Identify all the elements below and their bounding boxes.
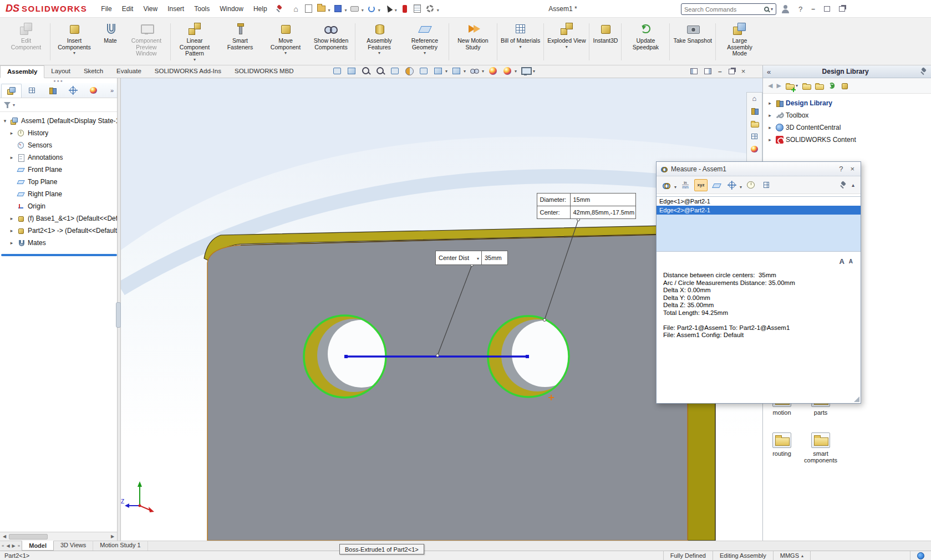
expander-icon[interactable]: ▾ [1, 118, 9, 124]
expander-icon[interactable]: ▸ [8, 228, 16, 233]
view-orientation-arrows-icon[interactable] [332, 66, 343, 76]
search-box[interactable]: ▾ [681, 3, 776, 15]
search-input[interactable] [684, 6, 762, 13]
component-preview-window-button[interactable]: Component Preview Window [124, 19, 169, 65]
help-icon[interactable]: ? [837, 165, 845, 173]
print-dropdown-icon[interactable]: ▾ [362, 8, 364, 13]
manager-tab-overflow-icon[interactable]: » [110, 87, 116, 94]
save-dropdown-icon[interactable]: ▾ [345, 8, 347, 13]
pane-left-toggle-icon[interactable] [690, 68, 698, 74]
expander-icon[interactable]: ▸ [8, 240, 16, 246]
prev-tab-icon[interactable]: ◀ [6, 543, 9, 548]
point-to-point-icon[interactable] [725, 179, 739, 191]
chevron-down-icon[interactable]: ▾ [566, 45, 568, 49]
collapse-pane-icon[interactable]: « [767, 68, 771, 76]
refresh-icon[interactable] [827, 82, 836, 90]
chevron-down-icon[interactable]: ▾ [284, 51, 287, 55]
chevron-down-icon[interactable]: ▾ [520, 45, 522, 49]
expander-icon[interactable]: ▸ [766, 125, 774, 130]
menu-help[interactable]: Help [248, 2, 272, 16]
panel-grip[interactable]: ●●● [0, 78, 117, 83]
chevron-down-icon[interactable]: ▾ [194, 58, 196, 62]
help-icon[interactable]: ? [798, 5, 802, 13]
new-motion-study-button[interactable]: New Motion Study [450, 19, 496, 65]
search-icon[interactable] [764, 7, 769, 12]
measure-selection-list[interactable]: Edge<1>@Part2-1 Edge<2>@Part2-1 [657, 196, 861, 252]
projected-on-icon[interactable] [710, 179, 723, 191]
menu-window[interactable]: Window [215, 2, 248, 16]
menu-view[interactable]: View [138, 2, 162, 16]
minimize-icon[interactable]: – [811, 5, 815, 13]
edit-component-button[interactable]: Edit Component [3, 19, 49, 65]
next-tab-icon[interactable]: ▶ [12, 543, 16, 548]
assembly-features-button[interactable]: Assembly Features ▾ [357, 19, 402, 65]
library-item-toolbox[interactable]: ▸ Toolbox [766, 109, 931, 121]
expander-icon[interactable]: ▸ [8, 155, 16, 160]
selection-list-item[interactable]: Edge<1>@Part2-1 [657, 197, 861, 206]
tab-model[interactable]: Model [22, 541, 54, 551]
insert-components-button[interactable]: Insert Components ▾ [52, 19, 97, 65]
library-item-design-library[interactable]: ▸ Design Library [766, 97, 931, 109]
selection-list-item-selected[interactable]: Edge<2>@Part2-1 [657, 206, 861, 215]
edit-appearance-icon[interactable] [487, 66, 498, 76]
chevron-down-icon[interactable]: ▾ [674, 185, 676, 190]
expander-icon[interactable]: ▸ [8, 130, 16, 136]
select-cursor-icon[interactable] [383, 3, 394, 15]
smart-fasteners-button[interactable]: Smart Fasteners [217, 19, 263, 65]
part-front-face[interactable] [207, 234, 688, 541]
tab-sketch[interactable]: Sketch [77, 65, 110, 78]
search-dropdown-icon[interactable]: ▾ [771, 7, 773, 12]
units-precision-icon[interactable] [679, 179, 692, 191]
arc-circle-measure-icon[interactable] [660, 179, 673, 191]
pin-menubar-icon[interactable] [276, 5, 283, 13]
doc-close-icon[interactable]: × [741, 67, 746, 75]
zoom-to-area-icon[interactable] [375, 66, 386, 76]
chevron-down-icon[interactable]: ▾ [378, 51, 380, 55]
file-explorer-icon[interactable] [750, 119, 759, 128]
chevron-down-icon[interactable]: ▾ [424, 51, 426, 55]
tree-horizontal-scrollbar[interactable]: ◀ ▶ [0, 532, 117, 541]
dimxpertmanager-tab[interactable] [63, 84, 83, 98]
open-document-icon[interactable] [316, 3, 327, 15]
library-folder-routing[interactable]: routing [765, 432, 799, 457]
featuremanager-tab[interactable] [1, 84, 22, 98]
menu-file[interactable]: File [96, 2, 116, 16]
tree-item-sensors[interactable]: Sensors [1, 139, 117, 151]
tree-item-right-plane[interactable]: Right Plane [1, 188, 117, 200]
tree-filter-bar[interactable]: ▾ [0, 98, 117, 112]
tab-evaluate[interactable]: Evaluate [110, 65, 148, 78]
status-units[interactable]: MMGS ▴ [773, 551, 810, 560]
filter-funnel-icon[interactable] [3, 101, 11, 109]
tab-solidworks-mbd[interactable]: SOLIDWORKS MBD [228, 65, 301, 78]
maximize-icon[interactable] [824, 6, 830, 12]
chevron-down-icon[interactable]: ▾ [464, 69, 466, 74]
center-dist-value[interactable]: 35mm [481, 251, 508, 265]
design-library-tab-icon[interactable] [750, 106, 759, 115]
tab-solidworks-add-ins[interactable]: SOLIDWORKS Add-Ins [148, 65, 228, 78]
measurement-history-icon[interactable] [744, 179, 757, 191]
menu-edit[interactable]: Edit [117, 2, 139, 16]
filter-dropdown-icon[interactable]: ▾ [13, 103, 15, 108]
chevron-down-icon[interactable]: ▾ [515, 69, 517, 74]
library-item-3d-contentcentral[interactable]: ▸ 3D ContentCentral [766, 121, 931, 134]
undo-dropdown-icon[interactable]: ▾ [378, 8, 380, 13]
home-icon[interactable]: ⌂ [752, 95, 757, 103]
diameter-value[interactable]: 15mm [570, 193, 636, 206]
take-snapshot-button[interactable]: Take Snapshot [671, 19, 714, 65]
tree-item-front-plane[interactable]: Front Plane [1, 164, 117, 176]
appearances-icon[interactable] [750, 145, 759, 154]
doc-minimize-icon[interactable]: – [718, 68, 722, 75]
display-style-icon[interactable] [451, 66, 462, 76]
collapse-dialog-icon[interactable]: ▴ [849, 182, 857, 188]
center-value[interactable]: 42mm,85mm,-17.5mm [570, 206, 636, 219]
chevron-down-icon[interactable]: ▾ [445, 69, 447, 74]
doc-restore-icon[interactable] [729, 69, 735, 74]
move-component-button[interactable]: Move Component ▾ [263, 19, 308, 65]
tab-assembly[interactable]: Assembly [0, 65, 44, 78]
save-icon[interactable] [333, 3, 344, 15]
file-properties-icon[interactable] [412, 3, 423, 15]
view-settings-icon[interactable] [520, 66, 531, 76]
last-tab-icon[interactable]: » [18, 543, 20, 548]
tree-item-origin[interactable]: Origin [1, 200, 117, 212]
linear-component-pattern-button[interactable]: Linear Component Pattern ▾ [172, 19, 217, 65]
